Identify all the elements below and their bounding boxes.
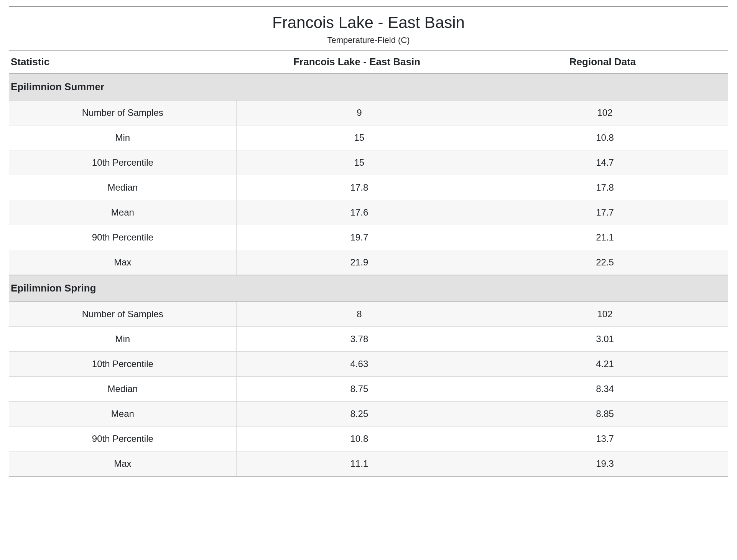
table-row: 90th Percentile 10.8 13.7 [9, 426, 728, 451]
col-statistic: Statistic [9, 50, 236, 74]
stat-local: 11.1 [236, 451, 482, 476]
table-row: 90th Percentile 19.7 21.1 [9, 225, 728, 250]
stat-label: Median [9, 175, 236, 200]
stat-regional: 22.5 [482, 250, 728, 275]
stat-regional: 10.8 [482, 125, 728, 150]
stat-regional: 14.7 [482, 150, 728, 175]
section-title: Epilimnion Summer [9, 74, 728, 100]
stat-regional: 13.7 [482, 426, 728, 451]
stat-regional: 4.21 [482, 351, 728, 376]
table-row: Max 11.1 19.3 [9, 451, 728, 476]
table-row: Max 21.9 22.5 [9, 250, 728, 275]
stat-local: 17.6 [236, 200, 482, 225]
stat-local: 4.63 [236, 351, 482, 376]
page-subtitle: Temperature-Field (C) [9, 35, 728, 45]
stat-label: 10th Percentile [9, 351, 236, 376]
stat-regional: 21.1 [482, 225, 728, 250]
stat-local: 19.7 [236, 225, 482, 250]
table-row: Number of Samples 9 102 [9, 100, 728, 125]
stat-regional: 102 [482, 301, 728, 327]
section-header: Epilimnion Spring [9, 275, 728, 301]
table-row: Mean 17.6 17.7 [9, 200, 728, 225]
column-header-row: Statistic Francois Lake - East Basin Reg… [9, 50, 728, 74]
stat-local: 21.9 [236, 250, 482, 275]
stat-label: Mean [9, 401, 236, 426]
table-row: Min 3.78 3.01 [9, 326, 728, 351]
stat-local: 8.75 [236, 376, 482, 401]
stat-local: 15 [236, 125, 482, 150]
stat-label: Median [9, 376, 236, 401]
stat-label: Number of Samples [9, 100, 236, 125]
stat-local: 8.25 [236, 401, 482, 426]
stat-label: 10th Percentile [9, 150, 236, 175]
stat-regional: 8.85 [482, 401, 728, 426]
table-row: 10th Percentile 15 14.7 [9, 150, 728, 175]
stat-regional: 17.7 [482, 200, 728, 225]
stat-label: Min [9, 326, 236, 351]
stat-label: 90th Percentile [9, 426, 236, 451]
table-row: Mean 8.25 8.85 [9, 401, 728, 426]
section-spring: Epilimnion Spring Number of Samples 8 10… [9, 275, 728, 476]
stat-regional: 19.3 [482, 451, 728, 476]
stats-table: Statistic Francois Lake - East Basin Reg… [9, 50, 728, 477]
section-summer: Epilimnion Summer Number of Samples 9 10… [9, 74, 728, 275]
col-local: Francois Lake - East Basin [236, 50, 482, 74]
table-row: Median 17.8 17.8 [9, 175, 728, 200]
stat-label: Max [9, 451, 236, 476]
stat-regional: 102 [482, 100, 728, 125]
stat-regional: 17.8 [482, 175, 728, 200]
stat-local: 15 [236, 150, 482, 175]
table-row: Min 15 10.8 [9, 125, 728, 150]
stat-local: 3.78 [236, 326, 482, 351]
stat-label: 90th Percentile [9, 225, 236, 250]
stat-local: 10.8 [236, 426, 482, 451]
section-title: Epilimnion Spring [9, 275, 728, 301]
table-row: Number of Samples 8 102 [9, 301, 728, 327]
page-title: Francois Lake - East Basin [9, 13, 728, 33]
stat-label: Number of Samples [9, 301, 236, 327]
section-header: Epilimnion Summer [9, 74, 728, 100]
col-regional: Regional Data [482, 50, 728, 74]
stat-local: 17.8 [236, 175, 482, 200]
table-row: Median 8.75 8.34 [9, 376, 728, 401]
stat-local: 8 [236, 301, 482, 327]
title-block: Francois Lake - East Basin Temperature-F… [9, 7, 728, 50]
stat-label: Max [9, 250, 236, 275]
stat-local: 9 [236, 100, 482, 125]
stat-label: Min [9, 125, 236, 150]
stat-regional: 8.34 [482, 376, 728, 401]
stat-label: Mean [9, 200, 236, 225]
table-row: 10th Percentile 4.63 4.21 [9, 351, 728, 376]
stat-regional: 3.01 [482, 326, 728, 351]
